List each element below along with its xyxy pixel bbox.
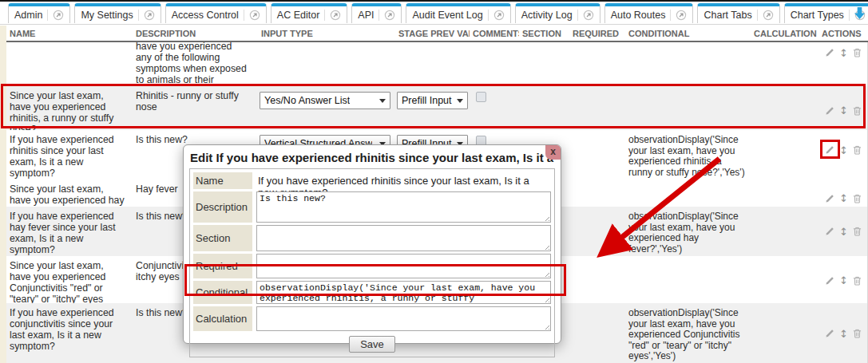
col-header-input-type: INPUT TYPE	[258, 29, 395, 41]
conditional-textarea[interactable]: observationDisplay('Since your last exam…	[256, 281, 551, 304]
reorder-updown-icon[interactable]: ↕	[839, 275, 848, 286]
row-name: If you have experienced hay fever since …	[6, 207, 133, 256]
edit-pencil-icon[interactable]	[825, 329, 834, 338]
close-icon[interactable]: x	[545, 145, 561, 160]
col-header-conditional: CONDITIONAL	[625, 29, 751, 41]
tab-access-control[interactable]: Access Control	[165, 3, 267, 23]
open-in-new-window-icon[interactable]	[249, 10, 260, 21]
input-type-select[interactable]: Yes/No Answer List	[260, 92, 390, 109]
reorder-updown-icon[interactable]: ↕	[839, 193, 848, 203]
tab-label: Activity Log	[521, 10, 573, 21]
col-header-calculation: CALCULATION	[751, 29, 818, 41]
reorder-updown-icon[interactable]: ↕	[839, 105, 848, 116]
required-textarea[interactable]	[256, 254, 551, 278]
col-header-section: SECTION	[519, 29, 569, 41]
field-label-conditional: Conditional	[193, 281, 252, 304]
description-textarea[interactable]: Is this new?	[256, 191, 551, 223]
delete-trash-icon[interactable]	[853, 329, 862, 338]
field-label-required: Required	[193, 254, 252, 278]
tab-label: Access Control	[172, 10, 239, 21]
tab-auto-routes[interactable]: Auto Routes	[604, 3, 694, 23]
tab-ac-editor[interactable]: AC Editor	[271, 3, 348, 23]
row-name: Since your last exam, have you experienc…	[6, 180, 133, 207]
calculation-textarea[interactable]	[256, 306, 551, 331]
reorder-updown-icon[interactable]: ↕	[839, 48, 848, 58]
reorder-updown-icon[interactable]: ↕	[839, 145, 848, 156]
delete-trash-icon[interactable]	[853, 227, 862, 236]
col-header-comments: COMMENTS	[470, 29, 519, 41]
table-row: have you experienced any of the followin…	[6, 42, 867, 86]
save-button[interactable]: Save	[349, 336, 395, 353]
edit-pencil-icon[interactable]	[825, 106, 834, 116]
tab-separator	[47, 10, 48, 21]
reorder-updown-icon[interactable]: ↕	[839, 227, 848, 237]
tab-audit-event-log[interactable]: Audit Event Log	[406, 3, 510, 23]
stage-prev-value-select[interactable]: Prefill Input	[397, 92, 468, 109]
open-in-new-window-icon[interactable]	[676, 10, 687, 21]
comments-checkbox[interactable]	[476, 92, 486, 102]
row-description: have you experienced any of the followin…	[133, 42, 258, 86]
tab-label: Auto Routes	[611, 10, 666, 21]
admin-tab-bar: Admin My Settings Access Control AC Edit…	[0, 2, 868, 25]
delete-trash-icon[interactable]	[853, 106, 862, 116]
tab-separator	[670, 10, 671, 21]
row-actions: ↕	[818, 180, 867, 207]
tab-separator	[849, 10, 850, 21]
open-in-new-window-icon[interactable]	[384, 10, 395, 21]
edit-pencil-icon[interactable]	[825, 145, 834, 155]
row-description: Rhinitis - runny or stuffy nose	[133, 86, 258, 130]
table-row: Since your last exam, have you experienc…	[6, 86, 867, 130]
delete-trash-icon[interactable]	[853, 276, 862, 286]
tab-activity-log[interactable]: Activity Log	[515, 3, 600, 23]
col-header-required: REQUIRED	[569, 29, 625, 41]
delete-trash-icon[interactable]	[853, 194, 862, 203]
col-header-actions: ACTIONS	[818, 29, 868, 41]
edit-pencil-icon[interactable]	[825, 194, 834, 203]
tab-admin[interactable]: Admin	[8, 3, 70, 23]
table-left-gutter	[0, 26, 6, 363]
row-actions: ↕	[818, 207, 867, 256]
col-header-stage-prev-value: STAGE PREV VALUE	[395, 29, 470, 41]
row-conditional: observationDisplay('Since your last exam…	[625, 207, 751, 256]
tab-chart-tabs[interactable]: Chart Tabs	[697, 3, 779, 23]
open-in-new-window-icon[interactable]	[53, 10, 64, 21]
field-label-description: Description	[193, 191, 252, 223]
tab-separator	[138, 10, 139, 21]
edit-question-dialog: x Edit If you have experienced rhinitis …	[183, 144, 561, 344]
section-textarea[interactable]	[256, 225, 551, 251]
tab-label: Admin	[14, 10, 42, 21]
open-in-new-window-icon[interactable]	[330, 10, 341, 21]
tab-label: Chart Tabs	[704, 10, 751, 21]
edit-pencil-icon[interactable]	[825, 48, 834, 57]
edit-pencil-icon[interactable]	[825, 276, 834, 286]
row-name: Since your last exam, have you experienc…	[6, 86, 133, 130]
tab-separator	[488, 10, 489, 21]
row-actions: ↕	[818, 303, 867, 363]
reorder-updown-icon[interactable]: ↕	[839, 329, 848, 339]
tab-label: Chart Types	[791, 10, 844, 21]
field-label-section: Section	[193, 225, 252, 251]
col-header-name: NAME	[6, 29, 133, 41]
tab-api[interactable]: API	[351, 3, 402, 23]
row-conditional: observationDisplay('Since your last exam…	[625, 303, 751, 363]
delete-trash-icon[interactable]	[853, 48, 862, 57]
edit-pencil-icon[interactable]	[825, 227, 834, 236]
tab-separator	[379, 10, 379, 21]
row-actions: ↕	[818, 256, 867, 303]
tab-separator	[244, 10, 244, 21]
tab-overflow-down-arrow-icon[interactable]	[854, 6, 866, 20]
row-actions: ↕	[818, 130, 867, 180]
row-name: If you have experienced rhinitis since y…	[6, 130, 133, 180]
open-in-new-window-icon[interactable]	[583, 10, 594, 21]
open-in-new-window-icon[interactable]	[144, 10, 155, 21]
row-conditional: observationDisplay('Since your last exam…	[625, 130, 751, 180]
tab-separator	[577, 10, 578, 21]
tab-my-settings[interactable]: My Settings	[74, 3, 161, 23]
page-top-border	[0, 0, 868, 2]
table-header: NAME DESCRIPTION INPUT TYPE STAGE PREV V…	[6, 26, 868, 42]
delete-trash-icon[interactable]	[853, 145, 862, 155]
open-in-new-window-icon[interactable]	[763, 10, 774, 21]
col-header-description: DESCRIPTION	[133, 29, 258, 41]
open-in-new-window-icon[interactable]	[493, 10, 505, 21]
name-value: If you have experienced rhinitis since y…	[256, 172, 551, 189]
